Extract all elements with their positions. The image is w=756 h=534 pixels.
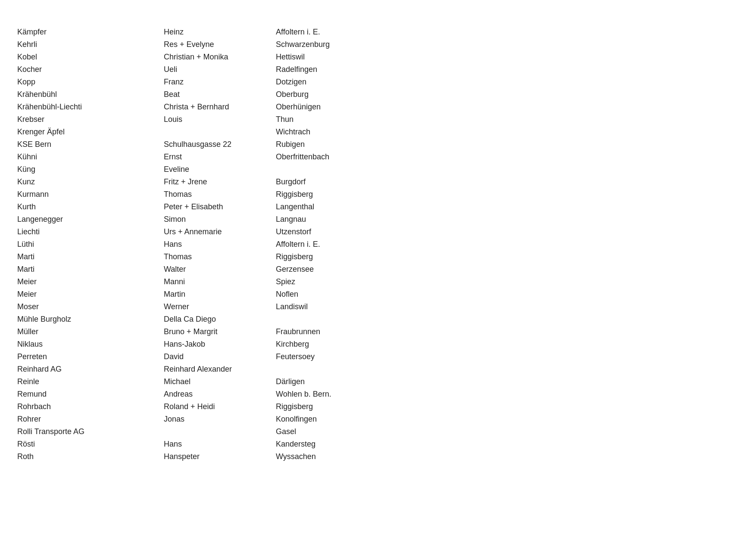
first-name-cell: Louis [164, 113, 276, 126]
city-cell: Oberburg [276, 88, 739, 101]
table-row: Krähenbühl-LiechtiChrista + BernhardOber… [17, 101, 739, 113]
last-name-cell: Rohrer [17, 413, 164, 425]
last-name-cell: Krebser [17, 113, 164, 126]
last-name-cell: Rolli Transporte AG [17, 425, 164, 438]
city-cell: Riggisberg [276, 400, 739, 413]
last-name-cell: Marti [17, 263, 164, 276]
city-cell: Langnau [276, 213, 739, 226]
last-name-cell: Meier [17, 288, 164, 301]
first-name-cell: Bruno + Margrit [164, 326, 276, 338]
table-row: KoppFranzDotzigen [17, 76, 739, 88]
first-name-cell: Peter + Elisabeth [164, 201, 276, 213]
first-name-cell: Ernst [164, 151, 276, 163]
first-name-cell: Urs + Annemarie [164, 226, 276, 238]
table-row: Krenger ÄpfelWichtrach [17, 126, 739, 138]
city-cell: Feutersoey [276, 351, 739, 363]
first-name-cell: Beat [164, 88, 276, 101]
table-row: RohrbachRoland + HeidiRiggisberg [17, 400, 739, 413]
city-cell: Thun [276, 113, 739, 126]
last-name-cell: Lüthi [17, 238, 164, 251]
first-name-cell: Roland + Heidi [164, 400, 276, 413]
table-row: KSE BernSchulhausgasse 22Rubigen [17, 138, 739, 151]
last-name-cell: Kopp [17, 76, 164, 88]
first-name-cell: Eveline [164, 163, 276, 176]
first-name-cell: Jonas [164, 413, 276, 425]
first-name-cell: Ueli [164, 63, 276, 76]
first-name-cell [164, 425, 276, 438]
table-row: KrähenbühlBeatOberburg [17, 88, 739, 101]
city-cell: Burgdorf [276, 176, 739, 188]
last-name-cell: Langenegger [17, 213, 164, 226]
first-name-cell: Manni [164, 276, 276, 288]
first-name-cell: Reinhard Alexander [164, 363, 276, 376]
city-cell: Oberhünigen [276, 101, 739, 113]
last-name-cell: Mühle Burgholz [17, 313, 164, 326]
city-cell: Kandersteg [276, 438, 739, 450]
city-cell: Landiswil [276, 301, 739, 313]
last-name-cell: Kunz [17, 176, 164, 188]
table-row: LüthiHansAffoltern i. E. [17, 238, 739, 251]
table-row: LangeneggerSimonLangnau [17, 213, 739, 226]
table-row: KunzFritz + JreneBurgdorf [17, 176, 739, 188]
last-name-cell: Kämpfer [17, 26, 164, 38]
table-row: NiklausHans-JakobKirchberg [17, 338, 739, 351]
last-name-cell: Liechti [17, 226, 164, 238]
table-row: KämpferHeinzAffoltern i. E. [17, 26, 739, 38]
table-row: MoserWernerLandiswil [17, 301, 739, 313]
first-name-cell: Thomas [164, 188, 276, 201]
table-row: KocherUeliRadelfingen [17, 63, 739, 76]
last-name-cell: Kehrli [17, 38, 164, 51]
main-container: KämpferHeinzAffoltern i. E.KehrliRes + E… [0, 0, 756, 489]
last-name-cell: KSE Bern [17, 138, 164, 151]
last-name-cell: Kühni [17, 151, 164, 163]
table-row: RöstiHansKandersteg [17, 438, 739, 450]
city-cell: Utzenstorf [276, 226, 739, 238]
first-name-cell [164, 126, 276, 138]
last-name-cell: Niklaus [17, 338, 164, 351]
last-name-cell: Rösti [17, 438, 164, 450]
last-name-cell: Reinle [17, 376, 164, 388]
city-cell [276, 313, 739, 326]
last-name-cell: Kobel [17, 51, 164, 63]
city-cell: Gasel [276, 425, 739, 438]
last-name-cell: Kurth [17, 201, 164, 213]
first-name-cell: Hans-Jakob [164, 338, 276, 351]
city-cell: Kirchberg [276, 338, 739, 351]
city-cell: Affoltern i. E. [276, 26, 739, 38]
first-name-cell: Christian + Monika [164, 51, 276, 63]
first-name-cell: Hanspeter [164, 450, 276, 463]
city-cell: Därligen [276, 376, 739, 388]
first-name-cell: Hans [164, 238, 276, 251]
city-cell: Hettiswil [276, 51, 739, 63]
contacts-table: KämpferHeinzAffoltern i. E.KehrliRes + E… [17, 26, 739, 463]
table-row: KrebserLouisThun [17, 113, 739, 126]
last-name-cell: Küng [17, 163, 164, 176]
table-row: KobelChristian + MonikaHettiswil [17, 51, 739, 63]
first-name-cell: Werner [164, 301, 276, 313]
last-name-cell: Kocher [17, 63, 164, 76]
first-name-cell: Franz [164, 76, 276, 88]
city-cell: Noflen [276, 288, 739, 301]
last-name-cell: Marti [17, 251, 164, 263]
table-row: ReinleMichaelDärligen [17, 376, 739, 388]
last-name-cell: Krähenbühl [17, 88, 164, 101]
city-cell: Radelfingen [276, 63, 739, 76]
first-name-cell: Schulhausgasse 22 [164, 138, 276, 151]
first-name-cell: Andreas [164, 388, 276, 400]
first-name-cell: Simon [164, 213, 276, 226]
first-name-cell: Della Ca Diego [164, 313, 276, 326]
city-cell [276, 363, 739, 376]
last-name-cell: Rohrbach [17, 400, 164, 413]
last-name-cell: Remund [17, 388, 164, 400]
city-cell: Konolfingen [276, 413, 739, 425]
first-name-cell: Fritz + Jrene [164, 176, 276, 188]
first-name-cell: Martin [164, 288, 276, 301]
city-cell: Affoltern i. E. [276, 238, 739, 251]
city-cell: Riggisberg [276, 251, 739, 263]
city-cell: Wichtrach [276, 126, 739, 138]
first-name-cell: Thomas [164, 251, 276, 263]
first-name-cell: Hans [164, 438, 276, 450]
last-name-cell: Moser [17, 301, 164, 313]
city-cell: Schwarzenburg [276, 38, 739, 51]
last-name-cell: Krenger Äpfel [17, 126, 164, 138]
